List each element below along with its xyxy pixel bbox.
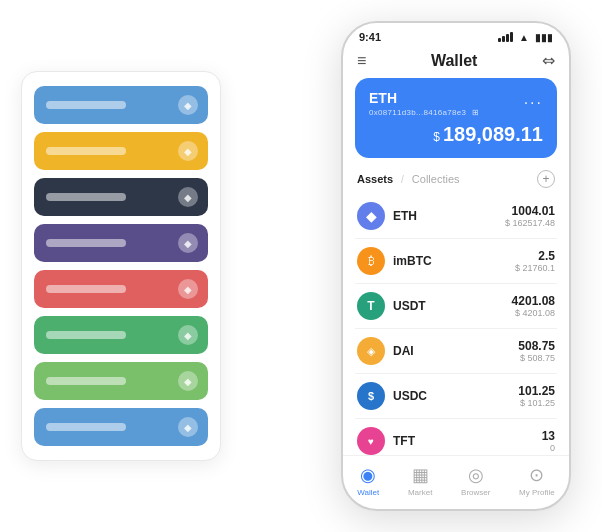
nav-item-browser[interactable]: ◎ Browser bbox=[461, 464, 490, 497]
table-row[interactable]: ♥ TFT 13 0 bbox=[355, 419, 557, 455]
asset-usd: $ 21760.1 bbox=[515, 263, 555, 273]
list-item[interactable]: ◆ bbox=[34, 408, 208, 446]
card-icon: ◆ bbox=[178, 95, 198, 115]
wallet-balance: $189,089.11 bbox=[369, 123, 543, 146]
bottom-nav: ◉ Wallet ▦ Market ◎ Browser ⊙ My Profile bbox=[343, 455, 569, 509]
card-label bbox=[46, 377, 126, 385]
table-row[interactable]: ◈ DAI 508.75 $ 508.75 bbox=[355, 329, 557, 374]
usdt-icon: T bbox=[357, 292, 385, 320]
phone-mockup: 9:41 ▲ ▮▮▮ ≡ Wallet ⇔ ETH bbox=[341, 21, 571, 511]
add-asset-button[interactable]: + bbox=[537, 170, 555, 188]
card-label bbox=[46, 101, 126, 109]
nav-item-profile[interactable]: ⊙ My Profile bbox=[519, 464, 555, 497]
list-item[interactable]: ◆ bbox=[34, 178, 208, 216]
wallet-address: 0x08711d3b...8416a78e3 ⊞ bbox=[369, 108, 479, 117]
asset-amount: 13 bbox=[542, 429, 555, 443]
browser-nav-icon: ◎ bbox=[468, 464, 484, 486]
card-icon: ◆ bbox=[178, 233, 198, 253]
card-label bbox=[46, 331, 126, 339]
asset-amount: 4201.08 bbox=[512, 294, 555, 308]
wallet-nav-label: Wallet bbox=[357, 488, 379, 497]
profile-nav-icon: ⊙ bbox=[529, 464, 544, 486]
profile-nav-label: My Profile bbox=[519, 488, 555, 497]
table-row[interactable]: T USDT 4201.08 $ 4201.08 bbox=[355, 284, 557, 329]
asset-amount: 508.75 bbox=[518, 339, 555, 353]
asset-amounts: 1004.01 $ 162517.48 bbox=[505, 204, 555, 228]
status-icons: ▲ ▮▮▮ bbox=[498, 32, 553, 43]
wallet-card-header: ETH 0x08711d3b...8416a78e3 ⊞ ... bbox=[369, 90, 543, 117]
table-row[interactable]: ◆ ETH 1004.01 $ 162517.48 bbox=[355, 194, 557, 239]
usdc-icon: $ bbox=[357, 382, 385, 410]
nav-item-market[interactable]: ▦ Market bbox=[408, 464, 432, 497]
assets-tabs: Assets / Collecties bbox=[357, 173, 460, 185]
market-nav-label: Market bbox=[408, 488, 432, 497]
list-item[interactable]: ◆ bbox=[34, 270, 208, 308]
asset-amounts: 101.25 $ 101.25 bbox=[518, 384, 555, 408]
tab-assets[interactable]: Assets bbox=[357, 173, 393, 185]
nav-item-wallet[interactable]: ◉ Wallet bbox=[357, 464, 379, 497]
assets-header: Assets / Collecties + bbox=[343, 166, 569, 194]
asset-amount: 1004.01 bbox=[505, 204, 555, 218]
table-row[interactable]: $ USDC 101.25 $ 101.25 bbox=[355, 374, 557, 419]
top-nav: ≡ Wallet ⇔ bbox=[343, 47, 569, 78]
asset-usd: $ 101.25 bbox=[518, 398, 555, 408]
card-label bbox=[46, 239, 126, 247]
asset-usd: 0 bbox=[542, 443, 555, 453]
list-item[interactable]: ◆ bbox=[34, 132, 208, 170]
menu-icon[interactable]: ≡ bbox=[357, 52, 366, 70]
scene: ◆ ◆ ◆ ◆ ◆ ◆ ◆ ◆ bbox=[11, 11, 591, 521]
status-bar: 9:41 ▲ ▮▮▮ bbox=[343, 23, 569, 47]
asset-usd: $ 4201.08 bbox=[512, 308, 555, 318]
card-stack: ◆ ◆ ◆ ◆ ◆ ◆ ◆ ◆ bbox=[21, 71, 221, 461]
signal-icon bbox=[498, 32, 513, 42]
battery-icon: ▮▮▮ bbox=[535, 32, 553, 43]
tab-collecties[interactable]: Collecties bbox=[412, 173, 460, 185]
wallet-more-icon[interactable]: ... bbox=[524, 90, 543, 108]
asset-name: USDT bbox=[393, 299, 512, 313]
card-label bbox=[46, 147, 126, 155]
card-icon: ◆ bbox=[178, 371, 198, 391]
list-item[interactable]: ◆ bbox=[34, 316, 208, 354]
asset-list: ◆ ETH 1004.01 $ 162517.48 ₿ imBTC 2.5 $ … bbox=[343, 194, 569, 455]
asset-usd: $ 508.75 bbox=[518, 353, 555, 363]
card-icon: ◆ bbox=[178, 279, 198, 299]
asset-name: DAI bbox=[393, 344, 518, 358]
wallet-card-info: ETH 0x08711d3b...8416a78e3 ⊞ bbox=[369, 90, 479, 117]
list-item[interactable]: ◆ bbox=[34, 86, 208, 124]
asset-name: ETH bbox=[393, 209, 505, 223]
card-icon: ◆ bbox=[178, 187, 198, 207]
wifi-icon: ▲ bbox=[519, 32, 529, 43]
dai-icon: ◈ bbox=[357, 337, 385, 365]
card-label bbox=[46, 285, 126, 293]
expand-icon[interactable]: ⇔ bbox=[542, 51, 555, 70]
tab-separator: / bbox=[401, 174, 404, 185]
tft-icon: ♥ bbox=[357, 427, 385, 455]
asset-amounts: 13 0 bbox=[542, 429, 555, 453]
imbtc-icon: ₿ bbox=[357, 247, 385, 275]
card-label bbox=[46, 423, 126, 431]
asset-amounts: 4201.08 $ 4201.08 bbox=[512, 294, 555, 318]
asset-amounts: 2.5 $ 21760.1 bbox=[515, 249, 555, 273]
asset-name: imBTC bbox=[393, 254, 515, 268]
asset-amount: 101.25 bbox=[518, 384, 555, 398]
asset-name: USDC bbox=[393, 389, 518, 403]
asset-amounts: 508.75 $ 508.75 bbox=[518, 339, 555, 363]
asset-usd: $ 162517.48 bbox=[505, 218, 555, 228]
page-title: Wallet bbox=[431, 52, 478, 70]
table-row[interactable]: ₿ imBTC 2.5 $ 21760.1 bbox=[355, 239, 557, 284]
card-icon: ◆ bbox=[178, 325, 198, 345]
eth-icon: ◆ bbox=[357, 202, 385, 230]
status-time: 9:41 bbox=[359, 31, 381, 43]
asset-amount: 2.5 bbox=[515, 249, 555, 263]
list-item[interactable]: ◆ bbox=[34, 224, 208, 262]
card-icon: ◆ bbox=[178, 417, 198, 437]
market-nav-icon: ▦ bbox=[412, 464, 429, 486]
wallet-token-name: ETH bbox=[369, 90, 479, 106]
browser-nav-label: Browser bbox=[461, 488, 490, 497]
card-label bbox=[46, 193, 126, 201]
wallet-card[interactable]: ETH 0x08711d3b...8416a78e3 ⊞ ... $189,08… bbox=[355, 78, 557, 158]
list-item[interactable]: ◆ bbox=[34, 362, 208, 400]
asset-name: TFT bbox=[393, 434, 542, 448]
card-icon: ◆ bbox=[178, 141, 198, 161]
wallet-nav-icon: ◉ bbox=[360, 464, 376, 486]
